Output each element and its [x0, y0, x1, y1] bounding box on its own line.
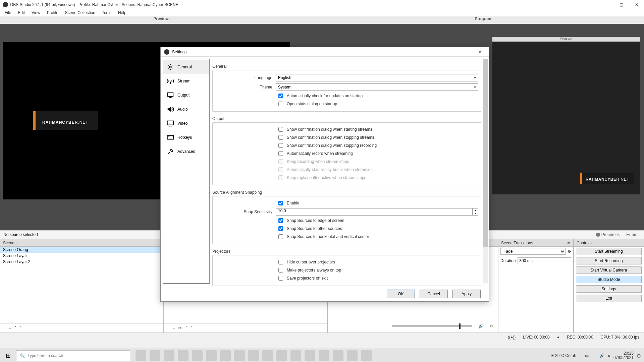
taskbar: ⊞ 🔍 Type here to search ☀ 29°C Cerah ˄ ▭… — [0, 349, 644, 362]
volume-slider[interactable] — [392, 325, 472, 327]
scene-item[interactable]: Screne Layar 2 — [0, 259, 163, 265]
settings-button[interactable]: Settings — [576, 285, 642, 293]
source-down-button[interactable]: ˅ — [191, 326, 193, 330]
menu-scene-collection[interactable]: Scene Collection — [62, 10, 98, 16]
taskbar-app-icon[interactable] — [248, 350, 259, 361]
scene-item[interactable]: Screne Layar — [0, 253, 163, 259]
menu-profile[interactable]: Profile — [44, 10, 61, 16]
ok-button[interactable]: OK — [387, 290, 415, 298]
search-placeholder: Type here to search — [28, 353, 63, 358]
weather-widget[interactable]: ☀ 29°C Cerah — [550, 353, 576, 358]
notifications-icon[interactable]: ▢ — [637, 353, 641, 358]
settings-content[interactable]: General Language English▾ Theme System▾ … — [212, 57, 489, 286]
nav-hotkeys[interactable]: Hotkeys — [163, 130, 209, 144]
nav-stream[interactable]: Stream — [163, 74, 209, 88]
menu-edit[interactable]: Edit — [15, 10, 28, 16]
menu-tools[interactable]: Tools — [99, 10, 114, 16]
transition-select[interactable]: Fade — [500, 248, 566, 255]
nav-advanced[interactable]: Advanced — [163, 144, 209, 159]
scene-up-button[interactable]: ˄ — [14, 326, 16, 330]
projectors-top-checkbox[interactable] — [278, 268, 283, 273]
add-scene-button[interactable]: + — [3, 326, 5, 330]
snap-sens-input[interactable]: 10,0 — [276, 208, 472, 216]
start-streaming-button[interactable]: Start Streaming — [576, 248, 642, 255]
menu-file[interactable]: File — [2, 10, 14, 16]
taskbar-app-icon[interactable] — [164, 350, 174, 361]
theme-select[interactable]: System▾ — [276, 83, 478, 91]
auto-update-checkbox[interactable] — [278, 94, 283, 98]
antenna-icon — [167, 77, 174, 85]
nav-video[interactable]: Video — [163, 116, 209, 130]
nav-output[interactable]: Output — [163, 88, 209, 102]
taskbar-app-icon[interactable] — [234, 350, 245, 361]
close-button[interactable]: ✕ — [629, 2, 644, 7]
taskbar-app-icon[interactable] — [290, 350, 301, 361]
scene-transitions-header: Scene Transitions⧉ — [498, 239, 573, 247]
snap-edge-checkbox[interactable] — [278, 218, 283, 223]
snap-center-checkbox[interactable] — [278, 234, 283, 239]
duration-input[interactable] — [518, 257, 571, 264]
exit-button[interactable]: Exit — [576, 295, 642, 302]
tray-volume-icon[interactable]: 🔊 — [599, 353, 604, 358]
open-stats-checkbox[interactable] — [278, 102, 283, 106]
scene-down-button[interactable]: ˅ — [20, 326, 22, 330]
snap-enable-checkbox[interactable] — [278, 201, 283, 205]
tray-chevron-icon[interactable]: ˄ — [580, 353, 582, 358]
nav-general[interactable]: General — [163, 60, 209, 74]
snap-sources-checkbox[interactable] — [278, 226, 283, 231]
remove-scene-button[interactable]: − — [9, 326, 11, 330]
studio-mode-button[interactable]: Studio Mode — [576, 276, 642, 283]
taskbar-app-icon[interactable] — [305, 350, 315, 361]
taskbar-app-icon[interactable] — [319, 350, 329, 361]
properties-button[interactable]: Properties — [593, 232, 623, 238]
system-tray: ☀ 29°C Cerah ˄ ▭ ⋮ 🔊 ᴀ 20:25 07/09/2021 … — [550, 351, 644, 360]
hide-cursor-checkbox[interactable] — [278, 260, 283, 264]
tray-battery-icon[interactable]: ▭ — [585, 353, 589, 358]
cancel-button[interactable]: Cancel — [420, 290, 448, 298]
confirm-stop-stream-checkbox[interactable] — [278, 135, 283, 140]
transition-gear-icon[interactable]: ⚙ — [568, 249, 571, 254]
dialog-close-button[interactable]: ✕ — [475, 49, 485, 55]
taskbar-app-icon[interactable] — [220, 350, 231, 361]
maximize-button[interactable]: ▢ — [614, 2, 629, 7]
taskbar-app-icon[interactable] — [150, 350, 160, 361]
undock-icon[interactable]: ⧉ — [568, 241, 571, 245]
snap-sens-spinner[interactable]: ▲▼ — [472, 208, 478, 216]
confirm-start-stream-checkbox[interactable] — [278, 127, 283, 132]
source-settings-button[interactable]: ⚙ — [178, 326, 182, 330]
add-source-button[interactable]: + — [167, 326, 169, 330]
source-up-button[interactable]: ˄ — [185, 326, 187, 330]
taskbar-app-icon[interactable] — [276, 350, 287, 361]
taskbar-app-icon[interactable] — [178, 350, 189, 361]
tray-lang-icon[interactable]: ᴀ — [608, 353, 610, 358]
taskbar-app-icon[interactable] — [347, 350, 358, 361]
taskbar-app-icon[interactable] — [333, 350, 343, 361]
apply-button[interactable]: Apply — [452, 290, 481, 298]
taskbar-app-icon[interactable] — [192, 350, 203, 361]
nav-audio[interactable]: Audio — [163, 102, 209, 116]
mixer-gear-icon[interactable]: ⚙ — [489, 324, 493, 328]
start-recording-button[interactable]: Start Recording — [576, 257, 642, 264]
remove-source-button[interactable]: − — [172, 326, 175, 330]
task-view-icon[interactable] — [136, 350, 146, 361]
auto-record-checkbox[interactable] — [278, 151, 283, 156]
scenes-list[interactable]: Screne Orang Screne Layar Screne Layar 2 — [0, 247, 163, 323]
start-button[interactable]: ⊞ — [0, 352, 16, 359]
save-projectors-checkbox[interactable] — [278, 276, 283, 281]
filters-button[interactable]: Filters — [623, 232, 641, 238]
tray-wifi-icon[interactable]: ⋮ — [592, 353, 596, 358]
confirm-stop-record-checkbox[interactable] — [278, 143, 283, 148]
taskbar-app-icon[interactable] — [206, 350, 217, 361]
taskbar-clock[interactable]: 20:25 07/09/2021 — [613, 351, 634, 360]
start-virtual-camera-button[interactable]: Start Virtual Camera — [576, 266, 642, 274]
taskbar-app-icon[interactable] — [262, 350, 273, 361]
menu-help[interactable]: Help — [115, 10, 129, 16]
search-box[interactable]: 🔍 Type here to search — [16, 350, 130, 361]
minimize-button[interactable]: — — [599, 2, 614, 7]
language-select[interactable]: English▾ — [276, 74, 478, 81]
menu-view[interactable]: View — [29, 10, 43, 16]
speaker-icon[interactable]: 🔊 — [478, 324, 483, 328]
scene-item[interactable]: Screne Orang — [0, 247, 163, 253]
taskbar-app-icon[interactable] — [361, 350, 372, 361]
scrollbar[interactable] — [483, 59, 488, 283]
